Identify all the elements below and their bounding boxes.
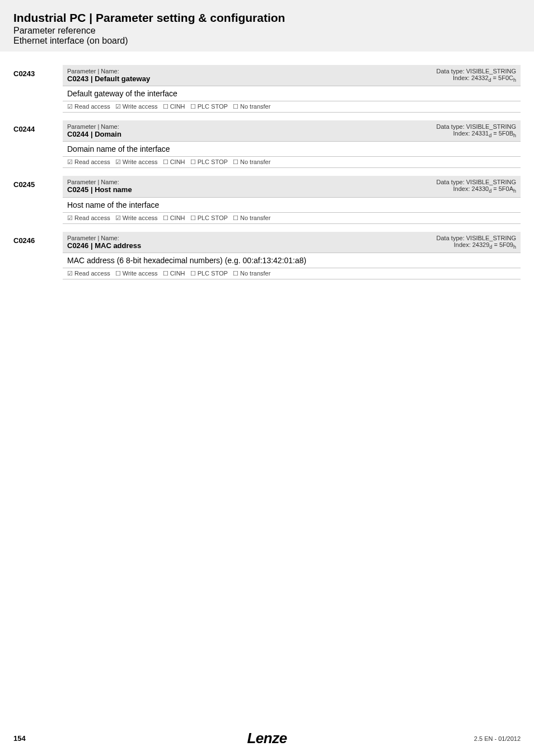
param-datatype: Data type: VISIBLE_STRING: [300, 68, 516, 74]
param-table: Parameter | Name: C0244 | Domain Data ty…: [63, 120, 521, 168]
param-header-row: Parameter | Name: C0243 | Default gatewa…: [63, 65, 521, 86]
access-plcstop: ☐ PLC STOP: [190, 214, 228, 221]
content-area: C0243 Parameter | Name: C0243 | Default …: [0, 52, 534, 279]
access-notransfer: ☐ No transfer: [233, 270, 270, 277]
param-datatype: Data type: VISIBLE_STRING: [275, 179, 516, 185]
param-description: Domain name of the interface: [63, 142, 521, 157]
param-name: C0246 | MAC address: [67, 241, 279, 250]
param-name-label: Parameter | Name:: [67, 179, 266, 185]
param-id: C0243: [13, 65, 63, 113]
access-notransfer: ☐ No transfer: [233, 103, 270, 110]
param-name-label: Parameter | Name:: [67, 68, 291, 74]
param-id: C0245: [13, 176, 63, 223]
access-plcstop: ☐ PLC STOP: [190, 270, 228, 277]
param-index: Index: 24331d = 5F0Bh: [257, 130, 516, 138]
param-desc-row: Domain name of the interface: [63, 142, 521, 157]
param-desc-row: MAC address (6 8-bit hexadecimal numbers…: [63, 253, 521, 268]
param-table: Parameter | Name: C0245 | Host name Data…: [63, 176, 521, 223]
param-access-row: ☑ Read access ☑ Write access ☐ CINH ☐ PL…: [63, 157, 521, 168]
param-table: Parameter | Name: C0243 | Default gatewa…: [63, 65, 521, 113]
access-write: ☑ Write access: [115, 103, 158, 110]
page-header: Industrial PC | Parameter setting & conf…: [0, 0, 534, 52]
access-write: ☑ Write access: [115, 158, 158, 165]
doc-version: 2.5 EN - 01/2012: [474, 735, 521, 742]
access-read: ☑ Read access: [67, 158, 110, 165]
param-block: C0246 Parameter | Name: C0246 | MAC addr…: [13, 232, 521, 279]
param-description: Default gateway of the interface: [63, 86, 521, 101]
param-description: MAC address (6 8-bit hexadecimal numbers…: [63, 253, 521, 268]
param-name-label: Parameter | Name:: [67, 123, 249, 130]
param-description: Host name of the interface: [63, 197, 521, 212]
param-block: C0245 Parameter | Name: C0245 | Host nam…: [13, 176, 521, 223]
param-access-row: ☑ Read access ☐ Write access ☐ CINH ☐ PL…: [63, 268, 521, 279]
param-datatype: Data type: VISIBLE_STRING: [257, 123, 516, 130]
param-id: C0244: [13, 120, 63, 168]
access-plcstop: ☐ PLC STOP: [190, 158, 228, 165]
page-footer: 154 Lenze 2.5 EN - 01/2012: [0, 734, 534, 743]
param-access-row: ☑ Read access ☑ Write access ☐ CINH ☐ PL…: [63, 101, 521, 113]
doc-section: Ethernet interface (on board): [13, 36, 534, 46]
param-name-label: Parameter | Name:: [67, 235, 279, 241]
param-index: Index: 24332d = 5F0Ch: [300, 74, 516, 83]
param-name: C0243 | Default gateway: [67, 74, 291, 83]
param-header-row: Parameter | Name: C0245 | Host name Data…: [63, 176, 521, 197]
param-name: C0245 | Host name: [67, 185, 266, 194]
brand-logo: Lenze: [247, 730, 287, 747]
access-read: ☑ Read access: [67, 103, 110, 110]
param-table: Parameter | Name: C0246 | MAC address Da…: [63, 232, 521, 279]
access-cinh: ☐ CINH: [163, 158, 185, 165]
access-read: ☑ Read access: [67, 214, 110, 221]
param-index: Index: 24330d = 5F0Ah: [275, 185, 516, 194]
access-notransfer: ☐ No transfer: [233, 214, 270, 221]
param-header-row: Parameter | Name: C0246 | MAC address Da…: [63, 232, 521, 253]
access-cinh: ☐ CINH: [163, 214, 185, 221]
param-block: C0243 Parameter | Name: C0243 | Default …: [13, 65, 521, 113]
param-access-row: ☑ Read access ☑ Write access ☐ CINH ☐ PL…: [63, 212, 521, 223]
param-datatype: Data type: VISIBLE_STRING: [288, 235, 516, 241]
access-read: ☑ Read access: [67, 270, 110, 277]
param-desc-row: Host name of the interface: [63, 197, 521, 212]
access-write: ☑ Write access: [115, 214, 158, 221]
param-desc-row: Default gateway of the interface: [63, 86, 521, 101]
param-block: C0244 Parameter | Name: C0244 | Domain D…: [13, 120, 521, 168]
page-number: 154: [13, 734, 26, 743]
param-name: C0244 | Domain: [67, 130, 249, 138]
access-plcstop: ☐ PLC STOP: [190, 103, 228, 110]
access-write: ☐ Write access: [115, 270, 158, 277]
access-cinh: ☐ CINH: [163, 103, 185, 110]
access-notransfer: ☐ No transfer: [233, 158, 270, 165]
param-header-row: Parameter | Name: C0244 | Domain Data ty…: [63, 120, 521, 142]
param-index: Index: 24329d = 5F09h: [288, 241, 516, 250]
doc-subtitle: Parameter reference: [13, 26, 534, 36]
param-id: C0246: [13, 232, 63, 279]
doc-title: Industrial PC | Parameter setting & conf…: [13, 11, 534, 25]
access-cinh: ☐ CINH: [163, 270, 185, 277]
